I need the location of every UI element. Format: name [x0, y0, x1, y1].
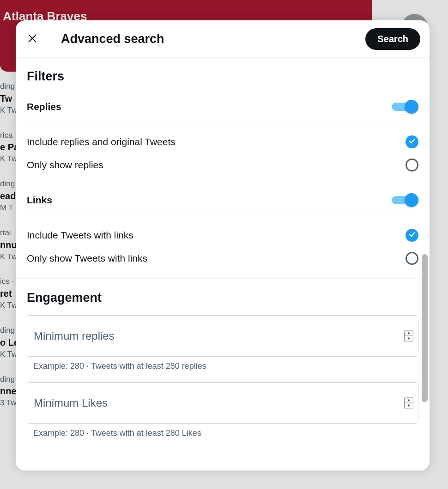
- min-likes-input[interactable]: Minimum Likes ▲ ▼: [27, 382, 418, 424]
- option-label: Only show Tweets with links: [27, 253, 147, 264]
- option-label: Include Tweets with links: [27, 230, 133, 241]
- scrollbar-thumb[interactable]: [422, 254, 428, 402]
- replies-toggle[interactable]: [392, 100, 418, 114]
- chevron-down-icon: ▼: [407, 337, 411, 341]
- radio-unselected[interactable]: [406, 252, 418, 265]
- option-label: Include replies and original Tweets: [27, 136, 176, 147]
- number-stepper: ▲ ▼: [404, 330, 413, 342]
- number-stepper: ▲ ▼: [404, 397, 413, 409]
- engagement-heading: Engagement: [16, 291, 430, 313]
- links-toggle[interactable]: [392, 193, 418, 207]
- option-label: Only show replies: [27, 159, 103, 171]
- advanced-search-modal: Advanced search Search Filters Replies I…: [16, 20, 430, 471]
- option-include-links[interactable]: Include Tweets with links: [27, 224, 418, 247]
- modal-body: Filters Replies Include replies and orig…: [16, 57, 430, 471]
- stepper-down[interactable]: ▼: [405, 336, 413, 342]
- option-only-links[interactable]: Only show Tweets with links: [27, 247, 418, 270]
- option-include-replies[interactable]: Include replies and original Tweets: [27, 130, 418, 153]
- modal-header: Advanced search Search: [16, 20, 430, 57]
- modal-title: Advanced search: [61, 32, 365, 46]
- close-icon: [27, 33, 37, 45]
- replies-subsection: Replies: [16, 92, 430, 122]
- min-likes-placeholder: Minimum Likes: [34, 397, 108, 410]
- stepper-up[interactable]: ▲: [405, 330, 413, 336]
- chevron-down-icon: ▼: [407, 404, 411, 408]
- check-icon: [408, 230, 416, 240]
- radio-unselected[interactable]: [406, 159, 418, 171]
- stepper-down[interactable]: ▼: [405, 403, 413, 409]
- links-title: Links: [27, 195, 52, 206]
- close-button[interactable]: [24, 31, 41, 47]
- search-button[interactable]: Search: [365, 28, 420, 50]
- option-only-replies[interactable]: Only show replies: [27, 153, 418, 177]
- radio-selected[interactable]: [406, 229, 418, 242]
- chevron-up-icon: ▲: [407, 398, 411, 402]
- min-replies-example: Example: 280 · Tweets with at least 280 …: [27, 357, 418, 380]
- min-replies-input[interactable]: Minimum replies ▲ ▼: [27, 315, 418, 357]
- min-likes-example: Example: 280 · Tweets with at least 280 …: [27, 424, 418, 447]
- min-replies-placeholder: Minimum replies: [34, 330, 115, 342]
- check-icon: [408, 137, 416, 147]
- links-subsection: Links: [16, 185, 430, 215]
- replies-title: Replies: [27, 101, 61, 112]
- filters-heading: Filters: [16, 69, 430, 92]
- chevron-up-icon: ▲: [407, 331, 411, 335]
- radio-selected[interactable]: [406, 135, 418, 148]
- stepper-up[interactable]: ▲: [405, 397, 413, 403]
